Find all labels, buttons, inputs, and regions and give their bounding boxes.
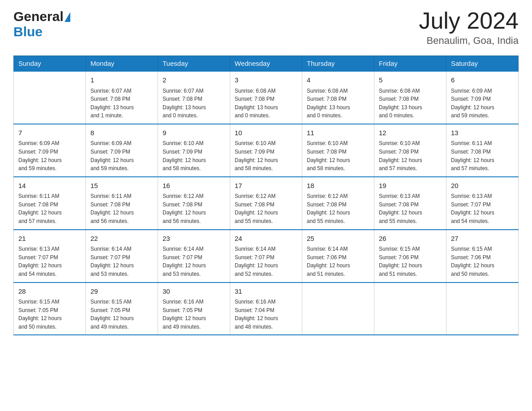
day-info: Sunrise: 6:09 AM Sunset: 7:09 PM Dayligh… (18, 139, 81, 172)
logo-triangle-icon (64, 12, 70, 22)
day-info: Sunrise: 6:11 AM Sunset: 7:08 PM Dayligh… (90, 192, 153, 225)
calendar-day-cell: 31Sunrise: 6:16 AM Sunset: 7:04 PM Dayli… (230, 283, 302, 335)
day-info: Sunrise: 6:15 AM Sunset: 7:05 PM Dayligh… (90, 298, 153, 331)
day-number: 6 (451, 75, 514, 86)
day-number: 24 (235, 234, 297, 244)
day-number: 11 (307, 128, 369, 138)
logo-blue-text: Blue (13, 24, 43, 39)
calendar-header: SundayMondayTuesdayWednesdayThursdayFrid… (14, 56, 519, 72)
calendar-day-cell (374, 283, 446, 335)
day-number: 8 (90, 128, 153, 138)
day-info: Sunrise: 6:12 AM Sunset: 7:08 PM Dayligh… (235, 192, 297, 225)
logo-general-row: General (13, 9, 70, 24)
calendar-header-cell: Thursday (302, 56, 374, 72)
day-info: Sunrise: 6:09 AM Sunset: 7:09 PM Dayligh… (451, 87, 514, 120)
day-info: Sunrise: 6:16 AM Sunset: 7:05 PM Dayligh… (163, 298, 225, 331)
calendar-day-cell: 23Sunrise: 6:14 AM Sunset: 7:07 PM Dayli… (158, 230, 230, 283)
calendar-header-cell: Sunday (14, 56, 86, 72)
day-info: Sunrise: 6:11 AM Sunset: 7:08 PM Dayligh… (18, 192, 81, 225)
day-info: Sunrise: 6:15 AM Sunset: 7:05 PM Dayligh… (18, 298, 81, 331)
day-info: Sunrise: 6:14 AM Sunset: 7:07 PM Dayligh… (235, 245, 297, 278)
title-section: July 2024 Benaulim, Goa, India (419, 9, 519, 47)
day-info: Sunrise: 6:15 AM Sunset: 7:06 PM Dayligh… (451, 245, 514, 278)
day-number: 16 (163, 181, 225, 191)
day-number: 3 (235, 75, 297, 86)
calendar-day-cell: 9Sunrise: 6:10 AM Sunset: 7:09 PM Daylig… (158, 124, 230, 177)
day-number: 10 (235, 128, 297, 138)
calendar-table: SundayMondayTuesdayWednesdayThursdayFrid… (13, 56, 519, 335)
day-number: 15 (90, 181, 153, 191)
page-header: General Blue July 2024 Benaulim, Goa, In… (13, 9, 519, 47)
day-info: Sunrise: 6:14 AM Sunset: 7:07 PM Dayligh… (90, 245, 153, 278)
day-number: 17 (235, 181, 297, 191)
day-number: 14 (18, 181, 81, 191)
day-number: 22 (90, 234, 153, 244)
calendar-day-cell: 8Sunrise: 6:09 AM Sunset: 7:09 PM Daylig… (86, 124, 158, 177)
calendar-day-cell: 18Sunrise: 6:12 AM Sunset: 7:08 PM Dayli… (302, 177, 374, 230)
day-info: Sunrise: 6:13 AM Sunset: 7:08 PM Dayligh… (379, 192, 442, 225)
day-info: Sunrise: 6:09 AM Sunset: 7:09 PM Dayligh… (90, 139, 153, 172)
calendar-day-cell: 22Sunrise: 6:14 AM Sunset: 7:07 PM Dayli… (86, 230, 158, 283)
calendar-day-cell: 24Sunrise: 6:14 AM Sunset: 7:07 PM Dayli… (230, 230, 302, 283)
day-number: 31 (235, 287, 297, 297)
calendar-day-cell: 27Sunrise: 6:15 AM Sunset: 7:06 PM Dayli… (446, 230, 519, 283)
day-number: 4 (307, 75, 369, 86)
calendar-day-cell: 28Sunrise: 6:15 AM Sunset: 7:05 PM Dayli… (14, 283, 86, 335)
day-info: Sunrise: 6:07 AM Sunset: 7:08 PM Dayligh… (163, 87, 225, 120)
calendar-day-cell: 10Sunrise: 6:10 AM Sunset: 7:09 PM Dayli… (230, 124, 302, 177)
day-number: 12 (379, 128, 442, 138)
day-info: Sunrise: 6:16 AM Sunset: 7:04 PM Dayligh… (235, 298, 297, 331)
calendar-day-cell: 3Sunrise: 6:08 AM Sunset: 7:08 PM Daylig… (230, 71, 302, 124)
calendar-day-cell: 7Sunrise: 6:09 AM Sunset: 7:09 PM Daylig… (14, 124, 86, 177)
day-info: Sunrise: 6:10 AM Sunset: 7:08 PM Dayligh… (379, 139, 442, 172)
day-info: Sunrise: 6:12 AM Sunset: 7:08 PM Dayligh… (163, 192, 225, 225)
day-number: 21 (18, 234, 81, 244)
location-text: Benaulim, Goa, India (419, 35, 519, 47)
day-info: Sunrise: 6:13 AM Sunset: 7:07 PM Dayligh… (18, 245, 81, 278)
day-number: 9 (163, 128, 225, 138)
calendar-header-cell: Tuesday (158, 56, 230, 72)
calendar-day-cell: 13Sunrise: 6:11 AM Sunset: 7:08 PM Dayli… (446, 124, 519, 177)
logo-general-text: General (13, 9, 64, 24)
calendar-header-cell: Friday (374, 56, 446, 72)
calendar-week-row: 14Sunrise: 6:11 AM Sunset: 7:08 PM Dayli… (14, 177, 519, 230)
calendar-day-cell: 19Sunrise: 6:13 AM Sunset: 7:08 PM Dayli… (374, 177, 446, 230)
logo-blue-row: Blue (13, 24, 43, 39)
calendar-day-cell: 20Sunrise: 6:13 AM Sunset: 7:07 PM Dayli… (446, 177, 519, 230)
day-info: Sunrise: 6:12 AM Sunset: 7:08 PM Dayligh… (307, 192, 369, 225)
day-info: Sunrise: 6:08 AM Sunset: 7:08 PM Dayligh… (379, 87, 442, 120)
day-number: 27 (451, 234, 514, 244)
calendar-week-row: 7Sunrise: 6:09 AM Sunset: 7:09 PM Daylig… (14, 124, 519, 177)
day-info: Sunrise: 6:08 AM Sunset: 7:08 PM Dayligh… (235, 87, 297, 120)
day-number: 30 (163, 287, 225, 297)
calendar-day-cell: 15Sunrise: 6:11 AM Sunset: 7:08 PM Dayli… (86, 177, 158, 230)
day-number: 18 (307, 181, 369, 191)
calendar-day-cell: 21Sunrise: 6:13 AM Sunset: 7:07 PM Dayli… (14, 230, 86, 283)
day-number: 5 (379, 75, 442, 86)
day-info: Sunrise: 6:10 AM Sunset: 7:09 PM Dayligh… (235, 139, 297, 172)
calendar-day-cell: 12Sunrise: 6:10 AM Sunset: 7:08 PM Dayli… (374, 124, 446, 177)
calendar-day-cell: 29Sunrise: 6:15 AM Sunset: 7:05 PM Dayli… (86, 283, 158, 335)
calendar-day-cell (302, 283, 374, 335)
day-info: Sunrise: 6:14 AM Sunset: 7:06 PM Dayligh… (307, 245, 369, 278)
calendar-day-cell: 2Sunrise: 6:07 AM Sunset: 7:08 PM Daylig… (158, 71, 230, 124)
day-info: Sunrise: 6:07 AM Sunset: 7:08 PM Dayligh… (90, 87, 153, 120)
day-number: 19 (379, 181, 442, 191)
calendar-day-cell: 1Sunrise: 6:07 AM Sunset: 7:08 PM Daylig… (86, 71, 158, 124)
calendar-day-cell: 25Sunrise: 6:14 AM Sunset: 7:06 PM Dayli… (302, 230, 374, 283)
calendar-body: 1Sunrise: 6:07 AM Sunset: 7:08 PM Daylig… (14, 71, 519, 335)
day-number: 13 (451, 128, 514, 138)
day-info: Sunrise: 6:10 AM Sunset: 7:09 PM Dayligh… (163, 139, 225, 172)
logo: General Blue (13, 9, 70, 39)
calendar-day-cell: 4Sunrise: 6:08 AM Sunset: 7:08 PM Daylig… (302, 71, 374, 124)
calendar-day-cell: 11Sunrise: 6:10 AM Sunset: 7:08 PM Dayli… (302, 124, 374, 177)
day-number: 29 (90, 287, 153, 297)
calendar-header-row: SundayMondayTuesdayWednesdayThursdayFrid… (14, 56, 519, 72)
calendar-week-row: 28Sunrise: 6:15 AM Sunset: 7:05 PM Dayli… (14, 283, 519, 335)
day-number: 23 (163, 234, 225, 244)
calendar-header-cell: Monday (86, 56, 158, 72)
calendar-day-cell (446, 283, 519, 335)
day-number: 7 (18, 128, 81, 138)
day-number: 26 (379, 234, 442, 244)
calendar-week-row: 1Sunrise: 6:07 AM Sunset: 7:08 PM Daylig… (14, 71, 519, 124)
